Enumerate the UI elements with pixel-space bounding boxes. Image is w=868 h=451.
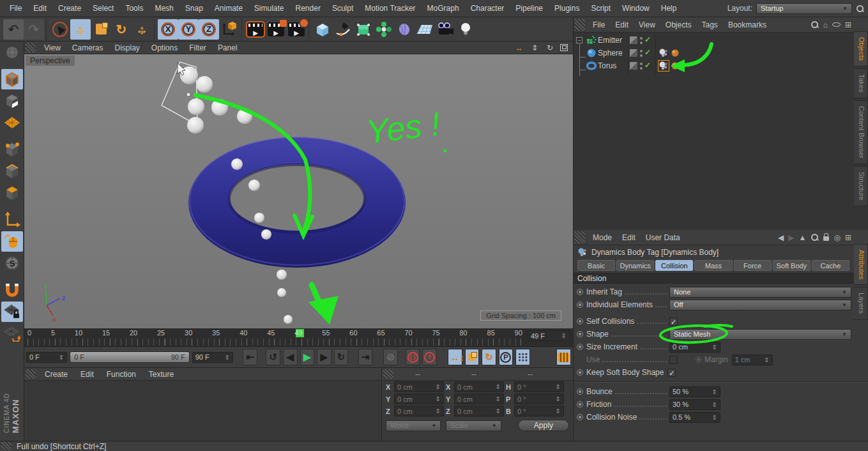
- add-spline-button[interactable]: [333, 19, 353, 40]
- edges-mode-button[interactable]: [1, 161, 23, 181]
- coordinate-space-dropdown[interactable]: World▼: [386, 420, 441, 431]
- menu-animate[interactable]: Animate: [209, 4, 248, 13]
- dynamics-body-tag-icon-selected[interactable]: [659, 61, 669, 71]
- anim-bullet[interactable]: [577, 318, 583, 325]
- menu-simulate[interactable]: Simulate: [248, 4, 290, 13]
- tweak-mode-button[interactable]: [1, 231, 23, 252]
- tab-force[interactable]: Force: [734, 260, 772, 271]
- search-icon[interactable]: [811, 233, 819, 241]
- tab-mass[interactable]: Mass: [694, 260, 732, 271]
- menu-pipeline[interactable]: Pipeline: [510, 4, 549, 13]
- viewport-menu-cameras[interactable]: Cameras: [66, 43, 109, 52]
- collision-noise-field[interactable]: 0.5 % ⇕: [669, 412, 720, 423]
- subdivision-surface-button[interactable]: [353, 19, 374, 40]
- camera-button[interactable]: [435, 19, 455, 40]
- start-frame-field[interactable]: 0 F ⇕: [26, 352, 67, 363]
- anim-bullet[interactable]: [577, 401, 583, 408]
- lock-z-axis-button[interactable]: Z: [199, 19, 219, 40]
- keyframe-help-button[interactable]: ?: [422, 349, 437, 365]
- position-x-field[interactable]: 0 cm⇕: [394, 381, 444, 392]
- anim-bullet[interactable]: [577, 289, 583, 295]
- panel-grip[interactable]: [26, 43, 36, 52]
- attr-menu-edit[interactable]: Edit: [617, 233, 641, 242]
- self-collisions-checkbox[interactable]: ✓: [669, 317, 678, 326]
- record-button[interactable]: ⊘: [383, 349, 398, 365]
- points-mode-button[interactable]: [1, 139, 23, 160]
- workplane-button[interactable]: [1, 323, 23, 344]
- next-frame-button[interactable]: ▶: [317, 349, 331, 365]
- material-menu-texture[interactable]: Texture: [142, 370, 180, 379]
- render-settings-button[interactable]: ▶: [286, 19, 307, 40]
- enabled-check-icon[interactable]: ✓: [644, 35, 651, 44]
- menu-file[interactable]: File: [4, 4, 27, 13]
- tab-basic[interactable]: Basic: [577, 260, 615, 271]
- friction-field[interactable]: 30 % ⇕: [669, 399, 720, 410]
- current-frame-field[interactable]: 49 F ⇕: [528, 330, 570, 341]
- panel-grip[interactable]: [575, 19, 585, 31]
- stepper-icon[interactable]: ⇕: [710, 344, 717, 351]
- object-row-emitter[interactable]: − Emitter ✓: [574, 34, 868, 47]
- lock-y-axis-button[interactable]: Y: [178, 19, 199, 40]
- menu-window[interactable]: Window: [616, 4, 655, 13]
- menu-character[interactable]: Character: [465, 4, 510, 13]
- panel-grip[interactable]: [26, 369, 36, 379]
- undo-button[interactable]: ↶: [3, 19, 24, 40]
- frame-range-slider[interactable]: 0 F 90 F: [70, 351, 190, 363]
- stepper-icon[interactable]: ⇕: [710, 388, 717, 395]
- material-menu-edit[interactable]: Edit: [74, 370, 100, 379]
- workplane-mode-button[interactable]: [1, 112, 23, 133]
- stepper-icon[interactable]: ⇕: [710, 414, 717, 421]
- position-y-field[interactable]: 0 cm⇕: [394, 394, 444, 404]
- play-button[interactable]: ▶: [300, 349, 315, 365]
- layer-swatch[interactable]: [630, 49, 637, 57]
- recent-tool-button[interactable]: ↔↕: [132, 19, 152, 40]
- viewport-canvas[interactable]: Y Z X Yes ! Perspective Grid Spacing : 1…: [24, 54, 573, 328]
- material-list-empty[interactable]: [24, 381, 381, 440]
- stepper-icon[interactable]: ⇕: [56, 354, 64, 361]
- stepper-icon[interactable]: ⇕: [559, 332, 567, 339]
- light-button[interactable]: [455, 19, 476, 40]
- material-menu-create[interactable]: Create: [38, 370, 74, 379]
- next-key-button[interactable]: ↻: [334, 349, 349, 365]
- viewport-menu-display[interactable]: Display: [109, 43, 145, 52]
- transform-mode-dropdown[interactable]: Scale▼: [446, 420, 501, 431]
- new-panel-icon[interactable]: ⊞: [845, 233, 851, 242]
- history-forward-icon[interactable]: ▶: [788, 233, 794, 242]
- rotation-p-field[interactable]: 0 °⇕: [514, 394, 564, 404]
- viewport-maximize-icon[interactable]: [560, 44, 568, 51]
- record-parameter-button[interactable]: P: [499, 349, 514, 365]
- collapse-icon[interactable]: −: [576, 37, 582, 43]
- camera-label[interactable]: Perspective: [26, 56, 75, 66]
- move-tool-button[interactable]: ↔↕: [70, 19, 91, 40]
- goto-end-button[interactable]: ⇥: [358, 349, 373, 365]
- redo-button[interactable]: ↷: [24, 19, 44, 40]
- layout-dropdown[interactable]: Startup ▼: [756, 3, 852, 14]
- tab-structure[interactable]: Structure: [854, 166, 868, 206]
- end-frame-field[interactable]: 90 F ⇕: [192, 352, 233, 363]
- menu-motion-tracker[interactable]: Motion Tracker: [359, 4, 421, 13]
- tab-objects[interactable]: Objects: [854, 31, 868, 66]
- anim-bullet[interactable]: [577, 302, 583, 308]
- lock-x-axis-button[interactable]: X: [158, 19, 178, 40]
- om-menu-file[interactable]: File: [588, 20, 610, 29]
- search-icon[interactable]: [811, 20, 819, 29]
- menu-render[interactable]: Render: [290, 4, 326, 13]
- use-checkbox[interactable]: [669, 356, 678, 364]
- visibility-dots[interactable]: [640, 37, 643, 44]
- stepper-icon[interactable]: ⇕: [222, 354, 230, 361]
- anim-bullet[interactable]: [577, 369, 583, 376]
- render-picture-viewer-button[interactable]: ▶: [266, 19, 286, 40]
- om-menu-edit[interactable]: Edit: [610, 20, 634, 29]
- om-menu-view[interactable]: View: [634, 20, 660, 29]
- stepper-icon[interactable]: ⇕: [710, 401, 717, 408]
- tab-takes[interactable]: Takes: [854, 68, 868, 98]
- attr-menu-user-data[interactable]: User Data: [641, 233, 685, 242]
- viewport-menu-options[interactable]: Options: [146, 43, 183, 52]
- enabled-check-icon[interactable]: ✓: [644, 48, 651, 57]
- viewport-dolly-icon[interactable]: ⇕: [529, 43, 540, 52]
- goto-start-button[interactable]: ⇤: [243, 349, 257, 365]
- viewport-menu-view[interactable]: View: [38, 43, 66, 52]
- live-selection-button[interactable]: [50, 19, 70, 40]
- scale-y-field[interactable]: 0 cm⇕: [454, 394, 504, 404]
- menu-mesh[interactable]: Mesh: [149, 4, 179, 13]
